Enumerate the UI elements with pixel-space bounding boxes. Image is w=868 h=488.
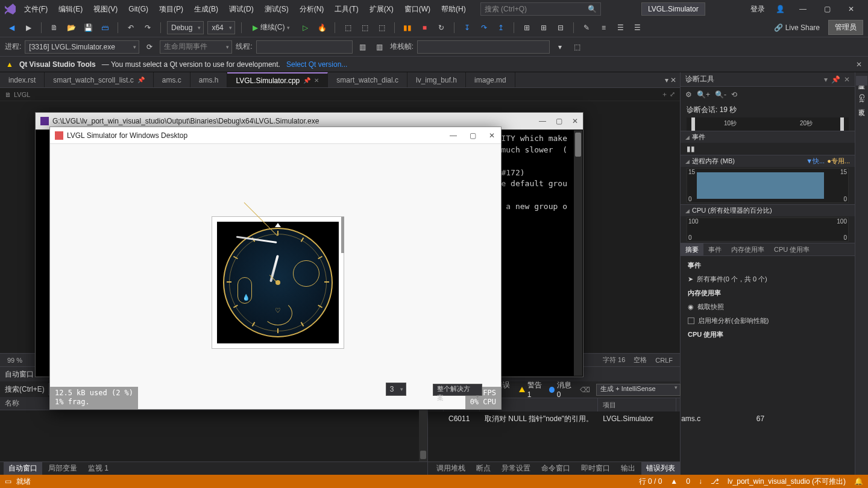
- signin-link[interactable]: 登录: [750, 4, 765, 14]
- status-bell-icon[interactable]: 🔔: [854, 477, 863, 486]
- editor-breadcrumb[interactable]: 🗎 LVGL ＋ ⤢: [0, 88, 680, 101]
- solution-name[interactable]: LVGL.Simulator: [641, 2, 705, 16]
- menu-view[interactable]: 视图(V): [91, 4, 120, 14]
- rail-git-changes[interactable]: Git 更改: [856, 89, 867, 109]
- tab-img-buf[interactable]: lv_img_buf.h: [407, 72, 466, 87]
- tab-ams-c[interactable]: ams.c: [154, 72, 190, 87]
- undo-icon[interactable]: ↶: [124, 21, 137, 34]
- save-icon[interactable]: 💾: [81, 21, 95, 34]
- events-section[interactable]: ◢事件: [681, 131, 855, 143]
- restart-icon[interactable]: ↻: [435, 21, 448, 34]
- tab-breakpoints[interactable]: 断点: [471, 462, 495, 475]
- warnings-toggle[interactable]: 警告 1: [519, 380, 544, 399]
- manage-button[interactable]: 管理员: [828, 20, 863, 35]
- summary-snapshot[interactable]: ◉ 截取快照: [681, 300, 855, 314]
- start-nodbg-icon[interactable]: ▷: [298, 21, 312, 34]
- tab-callstack[interactable]: 调用堆栈: [432, 462, 470, 475]
- mem-private-marker[interactable]: ●专用...: [827, 157, 850, 166]
- diagnostics-title[interactable]: 诊断工具 ▾📌✕: [681, 72, 855, 87]
- cpu-graph[interactable]: 100 0 100 0: [687, 217, 849, 242]
- window-maximize-icon[interactable]: ▢: [815, 0, 839, 18]
- panel-menu-icon[interactable]: ▾: [824, 75, 828, 84]
- pause-icon[interactable]: ▮▮: [401, 21, 414, 34]
- tab-command-window[interactable]: 命令窗口: [536, 462, 575, 475]
- menu-project[interactable]: 项目(P): [157, 4, 186, 14]
- open-icon[interactable]: 📂: [64, 21, 78, 34]
- rail-diagnostics[interactable]: 诊断工具: [856, 76, 867, 86]
- pin-icon[interactable]: 📌: [303, 77, 310, 84]
- summary-heap-toggle[interactable]: 启用堆分析(会影响性能): [681, 314, 855, 328]
- dbg-icon-3[interactable]: ⬚: [375, 21, 388, 34]
- clear-icon[interactable]: ⌫: [580, 386, 590, 394]
- dbg-icon-1[interactable]: ⬚: [341, 21, 354, 34]
- dbg-icon-2[interactable]: ⬚: [358, 21, 371, 34]
- tab-errorlist[interactable]: 错误列表: [641, 462, 680, 475]
- menu-debug[interactable]: 调试(D): [227, 4, 256, 14]
- stack-icon-b[interactable]: ⬚: [570, 40, 583, 54]
- step-into-icon[interactable]: ↧: [461, 21, 474, 34]
- misc-icon-f[interactable]: ☰: [614, 21, 627, 34]
- menu-tools[interactable]: 工具(T): [332, 4, 360, 14]
- diag-zoomin-icon[interactable]: 🔍+: [697, 90, 710, 99]
- lifecycle-icon[interactable]: ⟳: [143, 40, 156, 54]
- misc-icon-b[interactable]: ⊞: [537, 21, 550, 34]
- col-project[interactable]: 项目: [598, 398, 676, 411]
- messages-toggle[interactable]: 消息 0: [549, 380, 574, 399]
- scope-dropdown[interactable]: 整个解决方案: [433, 384, 482, 396]
- console-scrollbar[interactable]: [574, 130, 582, 376]
- zoom-percent[interactable]: 99 %: [7, 357, 22, 364]
- error-row[interactable]: C6011 取消对 NULL 指针"node"的引用。 LVGL.Simulat…: [428, 411, 769, 426]
- window-minimize-icon[interactable]: —: [791, 0, 815, 18]
- pin-icon[interactable]: 📌: [137, 77, 145, 83]
- window-close-icon[interactable]: ✕: [839, 0, 863, 18]
- tab-simulator-cpp[interactable]: LVGL.Simulator.cpp📌✕: [227, 72, 328, 87]
- menu-test[interactable]: 测试(S): [262, 4, 291, 14]
- watch-canvas[interactable]: ♡ 💧: [212, 216, 344, 349]
- thread-icon-a[interactable]: ▥: [356, 40, 370, 54]
- nav-back-icon[interactable]: ◀: [5, 21, 18, 34]
- menu-analyze[interactable]: 分析(N): [297, 4, 327, 14]
- redo-icon[interactable]: ↷: [141, 21, 154, 34]
- mem-snapshot-marker[interactable]: ▼快...: [806, 157, 825, 166]
- tab-exceptions[interactable]: 异常设置: [497, 462, 535, 475]
- platform-dropdown[interactable]: x64: [207, 21, 234, 34]
- console-maximize-icon[interactable]: ▢: [556, 117, 562, 125]
- diagnostics-timeline[interactable]: 10秒 20秒: [687, 117, 849, 131]
- menu-build[interactable]: 生成(B): [192, 4, 221, 14]
- autos-scrollbar[interactable]: [419, 410, 427, 461]
- step-out-icon[interactable]: ↥: [494, 21, 508, 34]
- menu-extensions[interactable]: 扩展(X): [367, 4, 396, 14]
- liveshare-button[interactable]: 🔗 Live Share: [774, 23, 820, 32]
- stop-icon[interactable]: ■: [418, 21, 431, 34]
- config-dropdown[interactable]: Debug: [167, 21, 204, 34]
- tab-overflow[interactable]: ▾ ✕: [661, 72, 680, 87]
- new-file-icon[interactable]: 🗎: [48, 21, 61, 34]
- stackframe-input[interactable]: [417, 40, 550, 54]
- tab-image-md[interactable]: image.md: [466, 72, 515, 87]
- indent-mode[interactable]: 空格: [634, 355, 647, 364]
- global-search-input[interactable]: 搜索 (Ctrl+Q) 🔍: [480, 2, 601, 16]
- tab-autos[interactable]: 自动窗口: [4, 462, 42, 475]
- tab-locals[interactable]: 局部变量: [43, 462, 82, 475]
- stack-icon-a[interactable]: ▾: [553, 40, 567, 54]
- dtab-memory[interactable]: 内存使用率: [726, 243, 769, 255]
- save-all-icon[interactable]: 🗃: [98, 21, 112, 34]
- thread-icon-b[interactable]: ▥: [373, 40, 386, 54]
- status-lncol[interactable]: 行 0 / 0: [639, 477, 662, 487]
- thread-input[interactable]: [256, 40, 353, 54]
- panel-close-icon[interactable]: ✕: [844, 75, 850, 84]
- status-repo[interactable]: lv_port_win_visual_studio (不可推出): [728, 477, 846, 487]
- status-source-control-icon[interactable]: ⎇: [711, 477, 719, 486]
- cpu-section[interactable]: ◢CPU (所有处理器的百分比): [681, 204, 855, 216]
- tab-immediate[interactable]: 即时窗口: [576, 462, 615, 475]
- tab-dial-c[interactable]: smart_watch_dial.c: [328, 72, 407, 87]
- tab-output[interactable]: 输出: [616, 462, 640, 475]
- checkbox-icon[interactable]: [688, 318, 694, 324]
- infobar-close-icon[interactable]: ✕: [856, 60, 862, 69]
- memory-section[interactable]: ◢进程内存 (MB) ▼快... ●专用...: [681, 155, 855, 167]
- tab-scroll-list[interactable]: smart_watch_scroll_list.c📌: [45, 72, 153, 87]
- menu-git[interactable]: Git(G): [126, 5, 151, 13]
- misc-icon-a[interactable]: ⊞: [520, 21, 533, 34]
- memory-graph[interactable]: 15 0 15 0: [687, 168, 849, 203]
- menu-file[interactable]: 文件(F): [22, 4, 50, 14]
